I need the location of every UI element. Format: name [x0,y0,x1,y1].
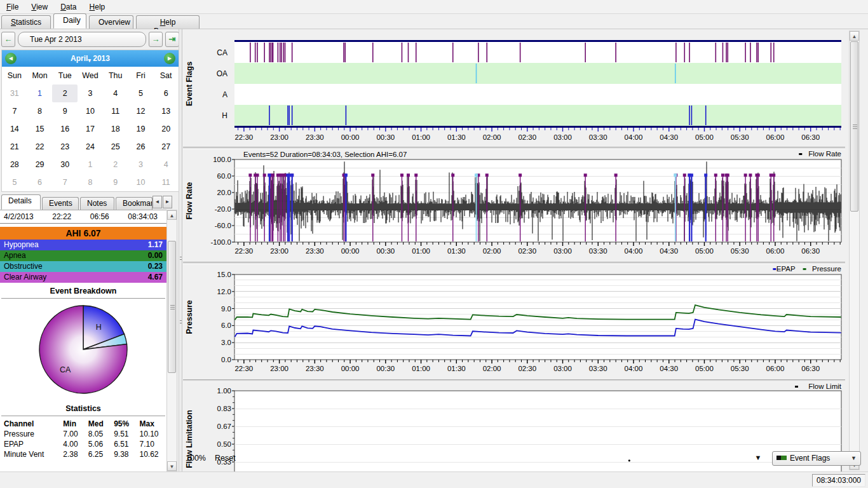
calendar-day-2[interactable]: 2 [103,156,128,173]
details-scrollbar[interactable]: ▲ ▼ [166,210,177,471]
calendar-day-8[interactable]: 8 [78,173,103,191]
svg-text:EPAP: EPAP [776,265,796,273]
calendar-day-20[interactable]: 20 [153,120,179,138]
calendar-day-26[interactable]: 26 [128,138,154,156]
calendar-day-24[interactable]: 24 [78,138,103,156]
calendar-day-8[interactable]: 8 [27,102,53,120]
scroll-up-icon[interactable]: ▲ [167,210,177,220]
svg-text:H: H [222,111,227,120]
event-flags-chart[interactable]: Event FlagsCAOAAH22:3023:0023:3000:0000:… [183,30,845,147]
calendar-day-10[interactable]: 10 [78,102,103,120]
calendar-day-2[interactable]: 2 [52,85,78,102]
calendar-day-21[interactable]: 21 [2,138,27,156]
calendar-prev-month-icon[interactable]: ◄ [5,53,17,64]
menu-item-data[interactable]: Data [54,1,83,13]
date-combo[interactable]: Tue Apr 2 2013 [18,32,146,47]
calendar-day-30[interactable]: 30 [52,156,78,173]
calendar-day-22[interactable]: 22 [27,138,53,156]
reset-button[interactable]: Reset [215,454,236,463]
details-tab-notes[interactable]: Notes [80,197,114,210]
tab-daily[interactable]: Daily [53,13,86,29]
calendar-day-4[interactable]: 4 [103,85,128,102]
calendar-day-12[interactable]: 12 [128,102,154,120]
calendar-week-row: 2829301234 [2,156,179,173]
calendar-day-7[interactable]: 7 [52,173,78,191]
svg-text:03:30: 03:30 [589,365,607,372]
collapse-pie-icon[interactable]: ▼ [750,454,766,464]
calendar-month-year[interactable]: April▾ 2013 [2,50,179,69]
tab-help-browser[interactable]: Help Browser [136,15,200,29]
calendar-day-3[interactable]: 3 [128,156,154,173]
details-tab-events[interactable]: Events [42,197,79,210]
calendar-day-25[interactable]: 25 [103,138,128,156]
calendar-day-19[interactable]: 19 [128,120,154,138]
calendar-week-row: 567891011 [2,173,179,191]
calendar-day-3[interactable]: 3 [78,85,103,102]
calendar-day-5[interactable]: 5 [128,85,154,102]
svg-text:03:30: 03:30 [589,247,607,255]
latest-day-button[interactable]: ⇥ [165,32,179,47]
tab-overview[interactable]: Overview [89,15,133,29]
details-tab-details[interactable]: Details [1,194,41,210]
tab-scroll-right-icon[interactable]: ► [163,196,172,208]
tab-statistics[interactable]: Statistics [1,15,51,29]
calendar-day-7[interactable]: 7 [2,102,27,120]
stats-cell: 4.00 [59,439,84,449]
calendar-day-5[interactable]: 5 [2,173,27,191]
calendar-day-27[interactable]: 27 [153,138,179,156]
calendar-day-9[interactable]: 9 [52,102,78,120]
svg-text:04:30: 04:30 [660,247,678,255]
calendar-day-13[interactable]: 13 [153,102,179,120]
calendar-day-1[interactable]: 1 [78,156,103,173]
menu-item-view[interactable]: View [25,1,54,13]
calendar-day-4[interactable]: 4 [153,156,179,173]
scroll-up-icon[interactable]: ▲ [850,31,859,41]
calendar-day-11[interactable]: 11 [103,102,128,120]
graphs-scrollbar[interactable]: ▲ ▼ [849,30,860,470]
stats-row: Minute Vent2.386.259.3810.62 [0,449,166,459]
stats-cell: EPAP [0,439,59,449]
scrollbar-thumb[interactable] [850,41,858,212]
event-value: 0.00 [148,250,163,261]
calendar-day-17[interactable]: 17 [78,120,103,138]
svg-text:06:30: 06:30 [801,365,820,372]
calendar-day-28[interactable]: 28 [2,156,27,173]
calendar-day-18[interactable]: 18 [103,120,128,138]
calendar-day-9[interactable]: 9 [103,173,128,191]
session-end: 06:56 [90,212,109,221]
session-date: 4/2/2013 [4,212,34,221]
stats-cell: 5.06 [85,439,110,449]
svg-text:03:00: 03:00 [553,247,572,255]
calendar-day-11[interactable]: 11 [153,173,179,191]
calendar-day-16[interactable]: 16 [52,120,78,138]
calendar-day-10[interactable]: 10 [128,173,154,191]
calendar-day-23[interactable]: 23 [52,138,78,156]
zoom-level-control[interactable]: 100% [186,454,206,463]
details-tab-bookmarks[interactable]: Bookmarks [116,197,153,210]
calendar-day-6[interactable]: 6 [153,85,179,102]
menu-item-file[interactable]: File [0,1,25,13]
previous-day-button[interactable]: ← [1,32,15,47]
svg-text:Flow Rate: Flow Rate [185,182,194,219]
flow-limit-chart[interactable]: Flow LimitFlow Limitation1.000.830.670.5… [183,382,845,471]
panel-splitter[interactable] [179,29,182,471]
graph-layer-dropdown[interactable]: Event Flags ▼ [772,451,861,466]
calendar-day-1[interactable]: 1 [27,85,53,102]
calendar-next-month-icon[interactable]: ► [164,53,175,64]
svg-text:0.0: 0.0 [221,356,231,363]
pressure-chart[interactable]: PressureEPAPPressure15.012.09.06.03.00.0… [183,264,845,379]
tab-scroll-left-icon[interactable]: ◄ [153,196,162,208]
calendar-day-15[interactable]: 15 [27,120,53,138]
scrollbar-thumb[interactable] [168,241,176,373]
calendar-day-14[interactable]: 14 [2,120,27,138]
calendar-day-31[interactable]: 31 [2,85,27,102]
calendar-day-29[interactable]: 29 [27,156,53,173]
menu-item-help[interactable]: Help [83,1,112,13]
flow-rate-chart[interactable]: Events=52 Duration=08:34:03, Selection A… [183,149,845,262]
event-value: 1.17 [148,240,163,250]
svg-text:05:30: 05:30 [731,247,749,255]
next-day-button[interactable]: → [149,32,163,47]
svg-text:05:00: 05:00 [695,247,714,255]
scroll-down-icon[interactable]: ▼ [167,461,177,471]
calendar-day-6[interactable]: 6 [27,173,53,191]
